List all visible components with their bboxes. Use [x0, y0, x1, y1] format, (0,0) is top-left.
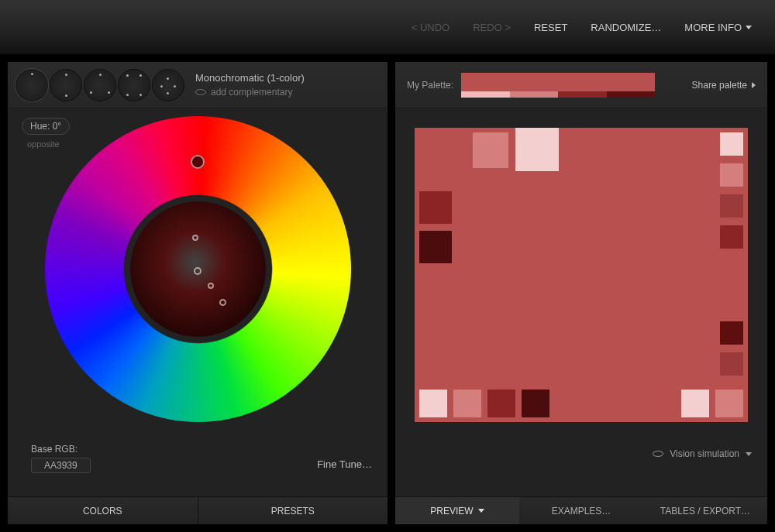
tab-colors[interactable]: COLORS [8, 497, 198, 524]
swatch [715, 390, 743, 417]
swatch [720, 163, 743, 187]
preview-canvas [415, 128, 748, 422]
reset-button[interactable]: RESET [534, 22, 567, 33]
chevron-down-icon [746, 26, 752, 29]
tab-presets[interactable]: PRESETS [198, 497, 388, 524]
mode-icon-custom[interactable] [152, 69, 184, 101]
scheme-title: Monochromatic (1-color) [195, 72, 305, 84]
scheme-mode-bar: Monochromatic (1-color) add complementar… [8, 62, 388, 108]
vision-label: Vision simulation [670, 448, 739, 459]
mode-icon-complement[interactable] [50, 69, 82, 101]
redo-button[interactable]: REDO > [473, 22, 511, 33]
swatch [419, 390, 447, 417]
swatch [681, 390, 709, 417]
undo-button[interactable]: < UNDO [412, 22, 450, 33]
base-rgb-section: Base RGB: AA3939 [31, 444, 91, 473]
share-palette-button[interactable]: Share palette [692, 80, 756, 91]
sat-handle-1[interactable] [192, 235, 198, 241]
swatch [720, 352, 743, 376]
more-info-button[interactable]: MORE INFO [684, 22, 752, 33]
color-wheel[interactable] [45, 116, 351, 422]
swatch [720, 132, 743, 156]
share-label: Share palette [692, 80, 747, 91]
swatch [419, 231, 452, 263]
left-panel: Monochromatic (1-color) add complementar… [8, 62, 388, 524]
scheme-subtitle: add complementary [211, 87, 292, 98]
toggle-icon [195, 89, 206, 95]
sat-handle-2[interactable] [194, 267, 202, 275]
palette-bar[interactable] [461, 73, 655, 98]
swatch [515, 128, 559, 171]
swatch [487, 390, 515, 417]
color-wheel-area: Hue: 0° opposite Base RGB: AA3939 Fine T… [8, 108, 388, 496]
vision-simulation-button[interactable]: Vision simulation [653, 448, 752, 459]
base-rgb-input[interactable]: AA3939 [31, 458, 91, 473]
preview-area: Vision simulation [395, 108, 767, 496]
chevron-down-icon [478, 509, 484, 513]
top-toolbar: < UNDO REDO > RESET RANDOMIZE… MORE INFO [0, 0, 775, 54]
swatch [720, 225, 743, 249]
mode-icon-tetrad[interactable] [118, 69, 150, 101]
left-tabs: COLORS PRESETS [8, 496, 388, 524]
randomize-button[interactable]: RANDOMIZE… [591, 22, 661, 33]
tab-preview[interactable]: PREVIEW [395, 497, 519, 524]
swatch [473, 132, 508, 168]
sat-handle-3[interactable] [208, 283, 214, 289]
chevron-down-icon [746, 452, 752, 456]
chevron-right-icon [752, 82, 756, 88]
swatch [720, 321, 743, 345]
mode-icon-triad[interactable] [84, 69, 116, 101]
more-info-label: MORE INFO [684, 22, 742, 33]
eye-icon [653, 451, 663, 457]
palette-header: My Palette: Share palette [395, 62, 767, 108]
fine-tune-button[interactable]: Fine Tune… [317, 458, 372, 470]
base-rgb-label: Base RGB: [31, 444, 91, 455]
swatch [453, 390, 481, 417]
tab-examples[interactable]: EXAMPLES… [519, 497, 643, 524]
right-tabs: PREVIEW EXAMPLES… TABLES / EXPORT… [395, 496, 767, 524]
main-layout: Monochromatic (1-color) add complementar… [0, 54, 775, 532]
swatch [522, 390, 549, 417]
swatch [720, 194, 743, 218]
swatch [419, 191, 452, 224]
mode-icon-mono[interactable] [16, 69, 48, 101]
add-complementary-toggle[interactable]: add complementary [195, 87, 305, 98]
tab-preview-label: PREVIEW [430, 497, 473, 525]
right-panel: My Palette: Share palette [395, 62, 767, 524]
sat-handle-4[interactable] [219, 299, 226, 306]
palette-label: My Palette: [407, 80, 453, 91]
tab-tables-export[interactable]: TABLES / EXPORT… [643, 497, 767, 524]
hue-handle[interactable] [191, 155, 205, 169]
